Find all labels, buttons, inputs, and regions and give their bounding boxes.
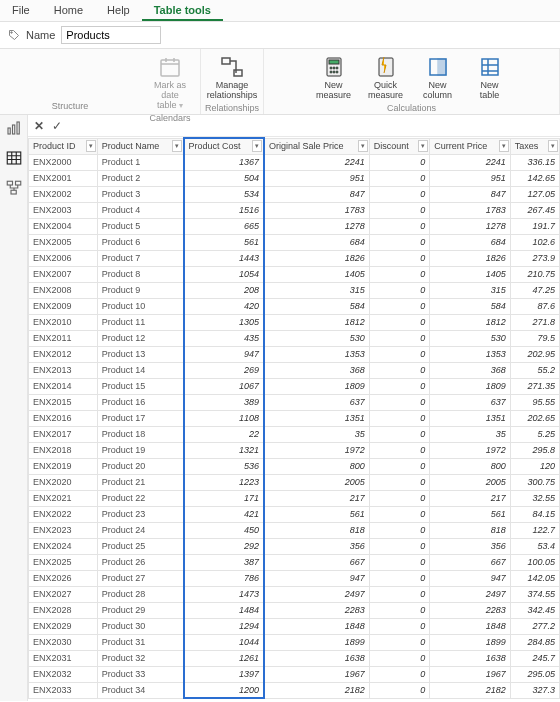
cell-orig[interactable]: 35 bbox=[264, 426, 369, 442]
cell-cost[interactable]: 1473 bbox=[184, 586, 265, 602]
col-header-taxes[interactable]: Taxes▾ bbox=[510, 138, 559, 154]
cell-name[interactable]: Product 32 bbox=[97, 650, 183, 666]
cell-name[interactable]: Product 4 bbox=[97, 202, 183, 218]
chevron-down-icon[interactable]: ▾ bbox=[548, 140, 558, 152]
cell-orig[interactable]: 818 bbox=[264, 522, 369, 538]
commit-icon[interactable]: ✓ bbox=[52, 120, 62, 132]
cell-disc[interactable]: 0 bbox=[369, 154, 429, 170]
cell-disc[interactable]: 0 bbox=[369, 490, 429, 506]
mark-as-date-button[interactable]: Mark as datetable ▾ bbox=[144, 51, 196, 111]
cell-id[interactable]: ENX2004 bbox=[29, 218, 98, 234]
table-row[interactable]: ENX2023Product 244508180818122.7 bbox=[29, 522, 560, 538]
cell-tax[interactable]: 295.8 bbox=[510, 442, 559, 458]
tab-file[interactable]: File bbox=[0, 0, 42, 21]
cell-id[interactable]: ENX2009 bbox=[29, 298, 98, 314]
formula-bar[interactable]: ✕ ✓ bbox=[28, 115, 560, 137]
table-row[interactable]: ENX2030Product 311044189901899284.85 bbox=[29, 634, 560, 650]
table-row[interactable]: ENX2001Product 25049510951142.65 bbox=[29, 170, 560, 186]
cell-tax[interactable]: 202.95 bbox=[510, 346, 559, 362]
cell-id[interactable]: ENX2007 bbox=[29, 266, 98, 282]
cell-tax[interactable]: 84.15 bbox=[510, 506, 559, 522]
cell-disc[interactable]: 0 bbox=[369, 186, 429, 202]
col-header-discount[interactable]: Discount▾ bbox=[369, 138, 429, 154]
cell-disc[interactable]: 0 bbox=[369, 314, 429, 330]
cell-cost[interactable]: 1305 bbox=[184, 314, 265, 330]
table-row[interactable]: ENX2019Product 205368000800120 bbox=[29, 458, 560, 474]
cell-curr[interactable]: 947 bbox=[430, 570, 511, 586]
cell-tax[interactable]: 102.6 bbox=[510, 234, 559, 250]
cell-orig[interactable]: 1783 bbox=[264, 202, 369, 218]
table-row[interactable]: ENX2005Product 65616840684102.6 bbox=[29, 234, 560, 250]
cell-disc[interactable]: 0 bbox=[369, 570, 429, 586]
cell-disc[interactable]: 0 bbox=[369, 650, 429, 666]
cell-name[interactable]: Product 33 bbox=[97, 666, 183, 682]
cell-disc[interactable]: 0 bbox=[369, 634, 429, 650]
cell-cost[interactable]: 1200 bbox=[184, 682, 265, 698]
cell-curr[interactable]: 1972 bbox=[430, 442, 511, 458]
cell-cost[interactable]: 387 bbox=[184, 554, 265, 570]
cell-id[interactable]: ENX2028 bbox=[29, 602, 98, 618]
table-row[interactable]: ENX2031Product 321261163801638245.7 bbox=[29, 650, 560, 666]
cell-curr[interactable]: 818 bbox=[430, 522, 511, 538]
cell-disc[interactable]: 0 bbox=[369, 266, 429, 282]
cell-disc[interactable]: 0 bbox=[369, 378, 429, 394]
cell-orig[interactable]: 561 bbox=[264, 506, 369, 522]
cell-curr[interactable]: 1812 bbox=[430, 314, 511, 330]
cell-name[interactable]: Product 25 bbox=[97, 538, 183, 554]
cell-orig[interactable]: 800 bbox=[264, 458, 369, 474]
chevron-down-icon[interactable]: ▾ bbox=[252, 140, 262, 152]
cell-disc[interactable]: 0 bbox=[369, 522, 429, 538]
cell-disc[interactable]: 0 bbox=[369, 202, 429, 218]
cell-tax[interactable]: 55.2 bbox=[510, 362, 559, 378]
cell-orig[interactable]: 1278 bbox=[264, 218, 369, 234]
cell-cost[interactable]: 536 bbox=[184, 458, 265, 474]
cell-cost[interactable]: 208 bbox=[184, 282, 265, 298]
cell-name[interactable]: Product 17 bbox=[97, 410, 183, 426]
table-row[interactable]: ENX2021Product 22171217021732.55 bbox=[29, 490, 560, 506]
cell-disc[interactable]: 0 bbox=[369, 346, 429, 362]
cancel-icon[interactable]: ✕ bbox=[34, 120, 44, 132]
cell-orig[interactable]: 1812 bbox=[264, 314, 369, 330]
cell-orig[interactable]: 2005 bbox=[264, 474, 369, 490]
cell-orig[interactable]: 951 bbox=[264, 170, 369, 186]
cell-disc[interactable]: 0 bbox=[369, 554, 429, 570]
cell-id[interactable]: ENX2008 bbox=[29, 282, 98, 298]
cell-tax[interactable]: 277.2 bbox=[510, 618, 559, 634]
cell-tax[interactable]: 271.8 bbox=[510, 314, 559, 330]
data-view-icon[interactable] bbox=[5, 149, 23, 167]
cell-orig[interactable]: 315 bbox=[264, 282, 369, 298]
cell-orig[interactable]: 667 bbox=[264, 554, 369, 570]
cell-id[interactable]: ENX2002 bbox=[29, 186, 98, 202]
cell-cost[interactable]: 786 bbox=[184, 570, 265, 586]
cell-name[interactable]: Product 29 bbox=[97, 602, 183, 618]
cell-cost[interactable]: 269 bbox=[184, 362, 265, 378]
cell-disc[interactable]: 0 bbox=[369, 538, 429, 554]
cell-tax[interactable]: 374.55 bbox=[510, 586, 559, 602]
cell-id[interactable]: ENX2021 bbox=[29, 490, 98, 506]
cell-id[interactable]: ENX2026 bbox=[29, 570, 98, 586]
cell-name[interactable]: Product 18 bbox=[97, 426, 183, 442]
cell-cost[interactable]: 1054 bbox=[184, 266, 265, 282]
cell-orig[interactable]: 1972 bbox=[264, 442, 369, 458]
table-row[interactable]: ENX2032Product 331397196701967295.05 bbox=[29, 666, 560, 682]
cell-curr[interactable]: 1638 bbox=[430, 650, 511, 666]
cell-name[interactable]: Product 20 bbox=[97, 458, 183, 474]
cell-curr[interactable]: 2497 bbox=[430, 586, 511, 602]
table-row[interactable]: ENX2033Product 341200218202182327.3 bbox=[29, 682, 560, 698]
cell-id[interactable]: ENX2014 bbox=[29, 378, 98, 394]
cell-cost[interactable]: 389 bbox=[184, 394, 265, 410]
table-row[interactable]: ENX2026Product 277869470947142.05 bbox=[29, 570, 560, 586]
cell-tax[interactable]: 273.9 bbox=[510, 250, 559, 266]
col-header-original-price[interactable]: Original Sale Price▾ bbox=[264, 138, 369, 154]
cell-tax[interactable]: 336.15 bbox=[510, 154, 559, 170]
cell-id[interactable]: ENX2013 bbox=[29, 362, 98, 378]
cell-name[interactable]: Product 13 bbox=[97, 346, 183, 362]
cell-id[interactable]: ENX2022 bbox=[29, 506, 98, 522]
cell-id[interactable]: ENX2006 bbox=[29, 250, 98, 266]
cell-curr[interactable]: 2182 bbox=[430, 682, 511, 698]
table-row[interactable]: ENX2027Product 281473249702497374.55 bbox=[29, 586, 560, 602]
table-row[interactable]: ENX2020Product 211223200502005300.75 bbox=[29, 474, 560, 490]
cell-tax[interactable]: 191.7 bbox=[510, 218, 559, 234]
cell-cost[interactable]: 1294 bbox=[184, 618, 265, 634]
cell-cost[interactable]: 1484 bbox=[184, 602, 265, 618]
